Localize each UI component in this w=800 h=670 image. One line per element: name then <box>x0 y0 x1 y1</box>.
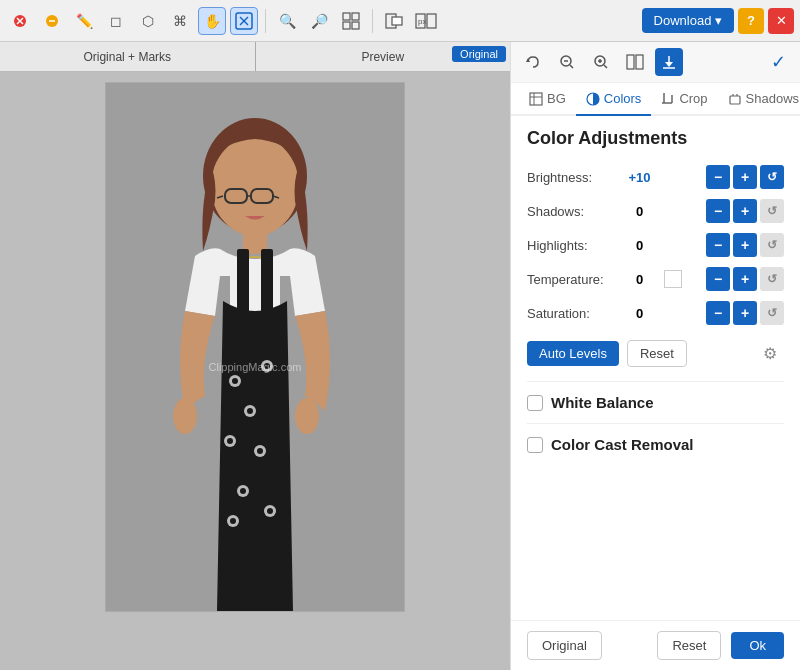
zoom-out-panel-icon[interactable] <box>553 48 581 76</box>
toolbar-right: ? ✕ <box>738 8 794 34</box>
download-button[interactable]: Download ▾ <box>642 8 734 33</box>
shadows-reset-button[interactable]: ↺ <box>760 199 784 223</box>
temperature-minus-button[interactable]: − <box>706 267 730 291</box>
saturation-plus-button[interactable]: + <box>733 301 757 325</box>
white-balance-title: White Balance <box>551 394 654 411</box>
svg-point-32 <box>247 408 253 414</box>
tab-crop[interactable]: Crop <box>651 83 717 116</box>
ok-button[interactable]: Ok <box>731 632 784 659</box>
paint-icon[interactable]: ⬡ <box>134 7 162 35</box>
svg-rect-9 <box>352 13 359 20</box>
saturation-reset-button[interactable]: ↺ <box>760 301 784 325</box>
svg-text:px: px <box>418 17 426 26</box>
shadows-value: 0 <box>617 204 662 219</box>
person-illustration <box>155 101 355 611</box>
zoom-in-canvas-icon[interactable]: 🔎 <box>305 7 333 35</box>
action-row: Auto Levels Reset ⚙ <box>527 339 784 367</box>
brightness-reset-button[interactable]: ↺ <box>760 165 784 189</box>
original-button[interactable]: Original <box>527 631 602 660</box>
white-balance-header[interactable]: White Balance <box>527 394 784 411</box>
brightness-row: Brightness: +10 − + ↺ <box>527 165 784 189</box>
close-icon[interactable] <box>6 7 34 35</box>
highlights-row: Highlights: 0 − + ↺ <box>527 233 784 257</box>
zoom-out-canvas-icon[interactable]: 🔍 <box>273 7 301 35</box>
tab-shadows[interactable]: Shadows <box>718 83 800 116</box>
original-label: Original + Marks <box>0 50 255 64</box>
split-view-icon[interactable] <box>621 48 649 76</box>
format-icon[interactable]: px <box>412 7 440 35</box>
white-balance-checkbox[interactable] <box>527 395 543 411</box>
grid-view-icon[interactable] <box>337 7 365 35</box>
saturation-value: 0 <box>617 306 662 321</box>
white-balance-section: White Balance <box>527 381 784 423</box>
saturation-minus-button[interactable]: − <box>706 301 730 325</box>
color-cast-removal-title: Color Cast Removal <box>551 436 694 453</box>
separator-2 <box>372 9 373 33</box>
saturation-controls: − + ↺ <box>706 301 784 325</box>
lasso-icon[interactable]: ⌘ <box>166 7 194 35</box>
canvas-image-area: ClippingMagic.com <box>0 72 510 670</box>
svg-rect-11 <box>352 22 359 29</box>
temperature-label: Temperature: <box>527 272 617 287</box>
temperature-reset-button[interactable]: ↺ <box>760 267 784 291</box>
svg-rect-13 <box>392 17 402 25</box>
brightness-controls: − + ↺ <box>706 165 784 189</box>
svg-point-36 <box>227 438 233 444</box>
color-cast-removal-section: Color Cast Removal <box>527 423 784 465</box>
svg-rect-10 <box>343 22 350 29</box>
marks-icon[interactable] <box>230 7 258 35</box>
svg-point-40 <box>240 488 246 494</box>
tab-bg[interactable]: BG <box>519 83 576 116</box>
svg-point-46 <box>295 398 319 434</box>
reset-button[interactable]: Reset <box>657 631 721 660</box>
highlights-minus-button[interactable]: − <box>706 233 730 257</box>
svg-line-54 <box>604 65 607 68</box>
shadows-label: Shadows: <box>527 204 617 219</box>
brightness-minus-button[interactable]: − <box>706 165 730 189</box>
download-panel-icon[interactable] <box>655 48 683 76</box>
auto-levels-button[interactable]: Auto Levels <box>527 341 619 366</box>
highlights-plus-button[interactable]: + <box>733 233 757 257</box>
window-close-button[interactable]: ✕ <box>768 8 794 34</box>
help-button[interactable]: ? <box>738 8 764 34</box>
original-badge: Original <box>452 46 506 62</box>
color-cast-removal-checkbox[interactable] <box>527 437 543 453</box>
highlights-reset-button[interactable]: ↺ <box>760 233 784 257</box>
reset-adjustments-button[interactable]: Reset <box>627 340 687 367</box>
minimize-icon[interactable] <box>38 7 66 35</box>
tabs: BG Colors Crop Shadows <box>511 83 800 116</box>
svg-rect-15 <box>427 14 436 28</box>
temperature-plus-button[interactable]: + <box>733 267 757 291</box>
temperature-value: 0 <box>617 272 662 287</box>
shadows-minus-button[interactable]: − <box>706 199 730 223</box>
svg-point-42 <box>267 508 273 514</box>
color-cast-removal-header[interactable]: Color Cast Removal <box>527 436 784 453</box>
svg-point-38 <box>257 448 263 454</box>
confirm-button[interactable]: ✓ <box>764 48 792 76</box>
hand-icon[interactable]: ✋ <box>198 7 226 35</box>
svg-marker-58 <box>665 62 673 67</box>
canvas-labels: Original + Marks Preview Original <box>0 42 510 72</box>
canvas-content[interactable]: ClippingMagic.com <box>0 72 510 670</box>
settings-gear-icon[interactable]: ⚙ <box>756 339 784 367</box>
panel-actions: Original Reset Ok <box>511 620 800 670</box>
brightness-label: Brightness: <box>527 170 617 185</box>
zoom-in-panel-icon[interactable] <box>587 48 615 76</box>
eraser-icon[interactable]: ◻ <box>102 7 130 35</box>
pencil-icon[interactable]: ✏️ <box>70 7 98 35</box>
brightness-plus-button[interactable]: + <box>733 165 757 189</box>
svg-rect-67 <box>730 96 740 104</box>
tab-colors[interactable]: Colors <box>576 83 652 116</box>
svg-line-50 <box>570 65 573 68</box>
close-label: ✕ <box>776 13 787 28</box>
shadows-plus-button[interactable]: + <box>733 199 757 223</box>
temperature-swatch <box>664 270 682 288</box>
undo-icon[interactable] <box>519 48 547 76</box>
shadows-controls: − + ↺ <box>706 199 784 223</box>
separator-1 <box>265 9 266 33</box>
main-toolbar: ✏️ ◻ ⬡ ⌘ ✋ 🔍 🔎 px Download ▾ <box>0 0 800 42</box>
watermark: ClippingMagic.com <box>209 361 302 373</box>
temperature-row: Temperature: 0 − + ↺ <box>527 267 784 291</box>
resize-icon[interactable] <box>380 7 408 35</box>
help-label: ? <box>747 13 755 28</box>
